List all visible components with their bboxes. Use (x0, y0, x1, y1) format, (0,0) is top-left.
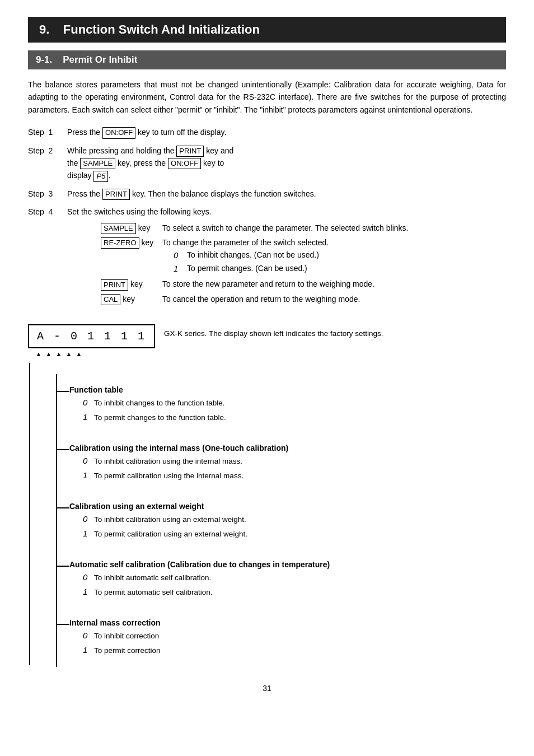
tree-item-1: Function table 0 To inhibit changes to t… (69, 385, 476, 435)
display-desc: GX-K series. The display shown left indi… (164, 329, 383, 338)
branch-line-4 (56, 566, 69, 567)
seg-text-2-1: To permit calibration using the internal… (94, 470, 243, 483)
seg-sym-2-1: 1 (83, 468, 94, 483)
seg-row-5-0: 0 To inhibit correction (83, 628, 476, 643)
page-number: 31 (28, 684, 506, 693)
arrow-1: ▲ (34, 351, 44, 357)
tree-items-container: Function table 0 To inhibit changes to t… (56, 385, 476, 667)
subsection-label: 9-1. (36, 54, 52, 65)
segment-3: Calibration using an external weight 0 T… (69, 502, 476, 541)
key-row-print: PRINT key To store the new parameter and… (101, 278, 506, 290)
segment-title-5: Internal mass correction (69, 618, 476, 627)
segment-1: Function table 0 To inhibit changes to t… (69, 385, 476, 424)
seg-sym-4-0: 0 (83, 570, 94, 585)
step-1: Step 1 Press the ON:OFF key to turn off … (28, 126, 506, 138)
segment-2: Calibration using the internal mass (One… (69, 444, 476, 483)
step-3: Step 3 Press the PRINT key. Then the bal… (28, 188, 506, 200)
key-sample-4: SAMPLE (101, 223, 136, 234)
key-cell-print: PRINT key (101, 278, 162, 290)
seg-row-3-1: 1 To permit calibration using an externa… (83, 526, 476, 541)
segment-sub-3: 0 To inhibit calibration using an extern… (69, 512, 476, 541)
key-cell-cal: CAL key (101, 293, 162, 305)
branch-line-3 (56, 507, 69, 508)
seg-sym-2-0: 0 (83, 454, 94, 468)
tree-item-4: Automatic self calibration (Calibration … (69, 560, 476, 609)
step-4-content: Set the switches using the following key… (67, 206, 506, 307)
subsection-heading: 9-1. Permit Or Inhibit (28, 50, 506, 69)
seg-text-5-0: To inhibit correction (94, 630, 159, 643)
display-p5: P5 (93, 171, 108, 182)
key-cal-4: CAL (101, 294, 120, 305)
key-rezero-4: RE-ZERO (101, 237, 139, 249)
seg-sym-3-1: 1 (83, 526, 94, 541)
sub-text-rezero-0: To inhibit changes. (Can not be used.) (187, 249, 319, 261)
key-desc-cal: To cancel the operation and return to th… (162, 293, 506, 305)
sym-0-rezero: 0 (174, 249, 187, 262)
step-2: Step 2 While pressing and holding the PR… (28, 144, 506, 182)
key-desc-sample: To select a switch to change the paramet… (162, 222, 506, 234)
display-right-col: GX-K series. The display shown left indi… (164, 324, 506, 340)
seg-text-1-1: To permit changes to the function table. (94, 412, 226, 424)
tree-item-3: Calibration using an external weight 0 T… (69, 502, 476, 551)
keys-table: SAMPLE key To select a switch to change … (101, 222, 506, 306)
key-cell-rezero: RE-ZERO key (101, 236, 162, 249)
segment-sub-5: 0 To inhibit correction 1 To permit corr… (69, 628, 476, 657)
seg-sym-1-1: 1 (83, 410, 94, 424)
tree-item-5: Internal mass correction 0 To inhibit co… (69, 618, 476, 668)
tree-spine: Function table 0 To inhibit changes to t… (56, 374, 476, 667)
seg-row-2-0: 0 To inhibit calibration using the inter… (83, 454, 476, 468)
seg-sym-3-0: 0 (83, 512, 94, 526)
key-row-rezero: RE-ZERO key To change the parameter of t… (101, 236, 506, 276)
sym-1-rezero: 1 (174, 262, 187, 276)
arrow-row: ▲ ▲ ▲ ▲ ▲ (34, 351, 84, 357)
key-onoff-1: ON:OFF (102, 127, 135, 138)
step-1-content: Press the ON:OFF key to turn off the dis… (67, 126, 506, 138)
seg-sym-4-1: 1 (83, 585, 94, 599)
segment-sub-4: 0 To inhibit automatic self calibration.… (69, 570, 476, 599)
seg-row-2-1: 1 To permit calibration using the intern… (83, 468, 476, 483)
arrow-2: ▲ (44, 351, 54, 357)
segment-title-4: Automatic self calibration (Calibration … (69, 560, 476, 569)
key-sample-2: SAMPLE (80, 158, 115, 169)
step-4: Step 4 Set the switches using the follow… (28, 206, 506, 307)
subsection-title: Permit Or Inhibit (63, 54, 137, 65)
seg-row-1-1: 1 To permit changes to the function tabl… (83, 410, 476, 424)
seg-row-1-0: 0 To inhibit changes to the function tab… (83, 395, 476, 410)
seg-text-2-0: To inhibit calibration using the interna… (94, 455, 242, 468)
key-print-3: PRINT (102, 189, 130, 200)
segment-sub-1: 0 To inhibit changes to the function tab… (69, 395, 476, 424)
key-desc-rezero: To change the parameter of the switch se… (162, 236, 506, 276)
tree-item-2: Calibration using the internal mass (One… (69, 444, 476, 493)
segment-title-1: Function table (69, 385, 476, 394)
section-number: 9. (39, 22, 49, 36)
key-desc-print: To store the new parameter and return to… (162, 278, 506, 290)
seg-text-3-1: To permit calibration using an external … (94, 528, 247, 541)
key-row-sample: SAMPLE key To select a switch to change … (101, 222, 506, 234)
display-box: A - 0 1 1 1 1 (28, 324, 155, 348)
sub-text-rezero-1: To permit changes. (Can be used.) (187, 262, 307, 274)
section-title: Function Switch And Initialization (63, 22, 260, 36)
sub-rezero-1: 1 To permit changes. (Can be used.) (174, 262, 506, 276)
seg-row-4-1: 1 To permit automatic self calibration. (83, 585, 476, 599)
seg-row-3-0: 0 To inhibit calibration using an extern… (83, 512, 476, 526)
tree-diagram: Function table 0 To inhibit changes to t… (56, 374, 506, 667)
arrow-3: ▲ (54, 351, 64, 357)
branch-line-5 (56, 624, 69, 625)
seg-sym-5-1: 1 (83, 643, 94, 657)
seg-row-5-1: 1 To permit correction (83, 643, 476, 657)
arrow-5: ▲ (74, 351, 84, 357)
seg-sym-5-0: 0 (83, 628, 94, 643)
step-2-content: While pressing and holding the PRINT key… (67, 144, 506, 182)
segment-4: Automatic self calibration (Calibration … (69, 560, 476, 599)
seg-text-1-0: To inhibit changes to the function table… (94, 397, 224, 410)
key-print-4: PRINT (101, 279, 128, 291)
segment-title-2: Calibration using the internal mass (One… (69, 444, 476, 452)
step-3-content: Press the PRINT key. Then the balance di… (67, 188, 506, 200)
arrow-4: ▲ (64, 351, 74, 357)
intro-paragraph: The balance stores parameters that must … (28, 78, 506, 116)
seg-text-5-1: To permit correction (94, 645, 161, 657)
seg-text-3-0: To inhibit calibration using an external… (94, 514, 246, 526)
key-print-2: PRINT (176, 146, 204, 157)
seg-sym-1-0: 0 (83, 395, 94, 410)
step-2-label: Step 2 (28, 144, 67, 182)
